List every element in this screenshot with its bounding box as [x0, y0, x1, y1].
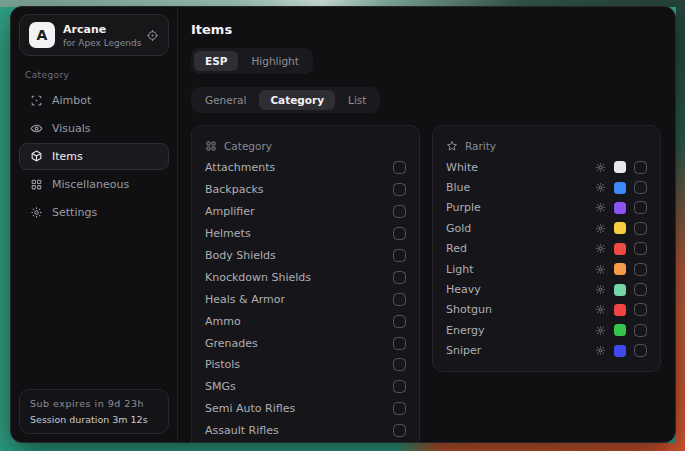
checkbox[interactable] — [634, 201, 647, 214]
mode-toggle-button[interactable]: Highlight — [240, 51, 309, 71]
category-row-label: Attachments — [205, 161, 275, 174]
category-row: Ammo — [205, 310, 406, 332]
rarity-row-controls — [595, 201, 647, 214]
category-row: Helmets — [205, 223, 406, 245]
category-row: Grenades — [205, 332, 406, 354]
tab[interactable]: Category — [259, 90, 335, 110]
sidebar-item-label: Miscellaneous — [52, 178, 129, 191]
rarity-row: Gold — [446, 218, 647, 238]
checkbox[interactable] — [634, 324, 647, 337]
gear-icon[interactable] — [595, 223, 606, 234]
checkbox[interactable] — [393, 205, 406, 218]
color-swatch[interactable] — [614, 202, 626, 214]
grid-icon — [205, 140, 217, 152]
tab[interactable]: List — [337, 90, 377, 110]
category-row: Attachments — [205, 157, 406, 179]
page-title: Items — [191, 22, 661, 37]
sidebar-item[interactable]: Miscellaneous — [19, 171, 169, 198]
sidebar-section-label: Category — [25, 70, 163, 80]
color-swatch[interactable] — [614, 263, 626, 275]
color-swatch[interactable] — [614, 345, 626, 357]
checkbox[interactable] — [393, 337, 406, 350]
color-swatch[interactable] — [614, 222, 626, 234]
checkbox[interactable] — [393, 315, 406, 328]
checkbox[interactable] — [634, 263, 647, 276]
sidebar-nav: Aimbot Visuals — [19, 87, 169, 227]
checkbox[interactable] — [634, 283, 647, 296]
rarity-row: Blue — [446, 177, 647, 197]
checkbox[interactable] — [634, 303, 647, 316]
checkbox[interactable] — [393, 183, 406, 196]
mode-toggle-button[interactable]: ESP — [194, 51, 238, 71]
sidebar-item[interactable]: Items — [19, 143, 169, 170]
checkbox[interactable] — [393, 161, 406, 174]
category-row-label: Helmets — [205, 227, 251, 240]
rarity-row: Purple — [446, 198, 647, 218]
category-row-label: Semi Auto Rifles — [205, 402, 295, 415]
sidebar-item[interactable]: Visuals — [19, 115, 169, 142]
category-row-label: Amplifier — [205, 205, 255, 218]
gear-icon[interactable] — [595, 304, 606, 315]
app-meta: Arcane for Apex Legends — [63, 23, 138, 48]
checkbox[interactable] — [634, 242, 647, 255]
rarity-row: Shotgun — [446, 300, 647, 320]
rarity-row: Red — [446, 239, 647, 259]
category-row: Backpacks — [205, 179, 406, 201]
app-name: Arcane — [63, 23, 138, 36]
sidebar-item[interactable]: Settings — [19, 199, 169, 226]
gear-icon — [30, 206, 43, 219]
gear-icon[interactable] — [595, 264, 606, 275]
checkbox[interactable] — [634, 161, 647, 174]
checkbox[interactable] — [393, 380, 406, 393]
checkbox[interactable] — [393, 271, 406, 284]
color-swatch[interactable] — [614, 243, 626, 255]
gear-icon[interactable] — [595, 325, 606, 336]
gear-icon[interactable] — [595, 162, 606, 173]
sidebar-item[interactable]: Aimbot — [19, 87, 169, 114]
gear-icon[interactable] — [595, 345, 606, 356]
panels-row: Category Attachments Backpacks — [191, 125, 661, 442]
gear-icon[interactable] — [595, 182, 606, 193]
desktop-background-right — [676, 0, 685, 451]
rarity-row-controls — [595, 263, 647, 276]
gear-icon[interactable] — [595, 243, 606, 254]
target-icon[interactable] — [146, 29, 159, 42]
color-swatch[interactable] — [614, 161, 626, 173]
category-row: Knockdown Shields — [205, 266, 406, 288]
crosshair-icon — [30, 94, 43, 107]
gear-icon[interactable] — [595, 202, 606, 213]
tab[interactable]: General — [194, 90, 257, 110]
category-row-label: SMGs — [205, 380, 236, 393]
color-swatch[interactable] — [614, 182, 626, 194]
subscription-info-card: Sub expires in 9d 23h Session duration 3… — [19, 389, 169, 434]
checkbox[interactable] — [634, 222, 647, 235]
checkbox[interactable] — [393, 293, 406, 306]
app-subtitle: for Apex Legends — [63, 38, 138, 48]
checkbox[interactable] — [393, 424, 406, 437]
checkbox[interactable] — [393, 227, 406, 240]
session-duration-text: Session duration 3m 12s — [30, 414, 158, 425]
rarity-row-controls — [595, 303, 647, 316]
rarity-row-label: Heavy — [446, 283, 595, 296]
color-swatch[interactable] — [614, 284, 626, 296]
eye-icon — [30, 122, 43, 135]
color-swatch[interactable] — [614, 304, 626, 316]
checkbox[interactable] — [393, 402, 406, 415]
rarity-row-controls — [595, 283, 647, 296]
category-panel-title: Category — [224, 140, 272, 152]
checkbox[interactable] — [634, 344, 647, 357]
category-panel-header: Category — [205, 135, 406, 157]
category-row: SMGs — [205, 376, 406, 398]
rarity-list: White — [446, 157, 647, 361]
sidebar-item-label: Items — [52, 150, 83, 163]
rarity-row-label: Purple — [446, 201, 595, 214]
category-row: Amplifier — [205, 201, 406, 223]
checkbox[interactable] — [393, 249, 406, 262]
main-content: Items ESP Highlight General Category Lis… — [178, 7, 675, 442]
checkbox[interactable] — [634, 181, 647, 194]
box-icon — [30, 150, 43, 163]
checkbox[interactable] — [393, 358, 406, 371]
gear-icon[interactable] — [595, 284, 606, 295]
sidebar-item-label: Settings — [52, 206, 97, 219]
color-swatch[interactable] — [614, 324, 626, 336]
